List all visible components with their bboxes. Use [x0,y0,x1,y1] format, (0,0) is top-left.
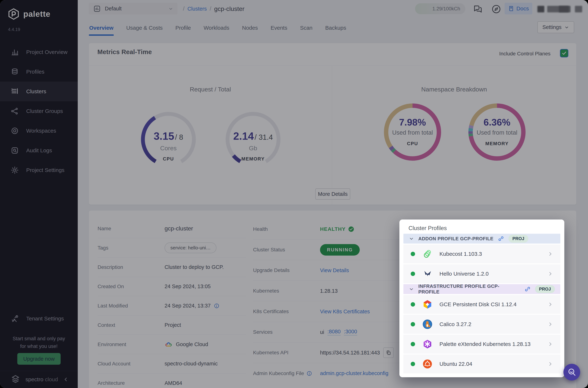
profile-item-palette-extended-kubernetes[interactable]: Palette eXtended Kubernetes 1.28.13 [403,335,560,354]
scope-badge: PROJ [508,235,528,243]
palette-extended-kubernetes-icon [422,339,432,349]
kubecost-icon [422,249,432,259]
chevron-right-icon [548,271,553,276]
chevron-right-icon [548,341,553,347]
hello-universe-icon [422,269,432,279]
magnifier-smile-icon [567,368,576,377]
chevron-right-icon [548,302,553,307]
ubuntu-icon [422,359,432,369]
calico-icon [422,319,432,329]
section-name: INFRASTRUCTURE PROFILE GCP-PROFILE [418,283,520,295]
link-icon [524,286,531,292]
profile-item-ubuntu[interactable]: Ubuntu 22.04 [403,355,560,373]
infrastructure-profile-section-header[interactable]: INFRASTRUCTURE PROFILE GCP-PROFILE PROJ [403,284,560,294]
link-icon [498,236,504,242]
status-dot [411,322,415,326]
status-dot [411,342,415,346]
scope-badge: PROJ [535,285,555,293]
status-dot [411,252,415,256]
cluster-profiles-panel: Cluster Profiles ADDON PROFILE GCP-PROFI… [399,219,564,377]
profile-item-gce-persistent-disk[interactable]: GCE Persistent Disk CSI 1.12.4 [403,295,560,314]
profile-item-hello-universe[interactable]: Hello Universe 1.2.0 [403,264,560,283]
addon-profile-section-header[interactable]: ADDON PROFILE GCP-PROFILE PROJ [403,234,560,243]
status-dot [411,272,415,276]
profile-item-kubecost[interactable]: Kubecost 1.103.3 [403,244,560,263]
chevron-right-icon [548,251,553,257]
status-dot [411,362,415,366]
gce-persistent-disk-icon [422,299,432,310]
profile-item-calico[interactable]: Calico 3.27.2 [403,315,560,334]
chevron-right-icon [548,321,553,327]
app-window: palette 4.4.19 Project Overview Profiles… [0,0,588,388]
status-dot [411,302,415,307]
chevron-right-icon [548,361,553,367]
chevron-down-icon [409,287,414,292]
assistant-search-button[interactable] [564,364,580,381]
chevron-down-icon [409,236,414,241]
section-name: ADDON PROFILE GCP-PROFILE [418,236,494,242]
cluster-profiles-title: Cluster Profiles [408,225,447,232]
